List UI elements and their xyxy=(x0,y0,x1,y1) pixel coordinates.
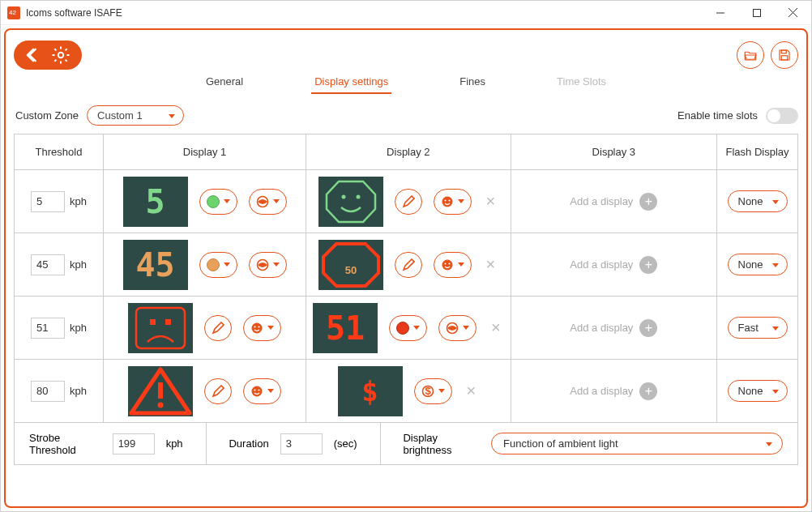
remove-display-button[interactable]: × xyxy=(483,192,499,211)
unit-label: kph xyxy=(70,195,87,207)
edit-button[interactable] xyxy=(395,189,422,215)
svg-point-38 xyxy=(252,386,263,396)
svg-point-40 xyxy=(258,389,259,390)
duration-unit-label: (sec) xyxy=(334,437,357,450)
close-button[interactable] xyxy=(775,1,811,24)
svg-line-10 xyxy=(66,60,67,62)
svg-rect-30 xyxy=(165,319,171,325)
svg-point-17 xyxy=(341,194,345,198)
add-display-button[interactable]: Add a display+ xyxy=(511,319,716,337)
svg-rect-13 xyxy=(781,50,786,53)
flash-display-dropdown[interactable]: Fast xyxy=(728,317,788,339)
display-preview[interactable]: $ xyxy=(338,366,403,416)
flash-display-dropdown[interactable]: None xyxy=(728,190,788,212)
zone-row: Custom Zone Custom 1 Enable time slots xyxy=(15,105,798,126)
pencil-icon xyxy=(212,385,224,398)
dollar-icon: $ xyxy=(421,385,434,398)
dot-green-icon xyxy=(207,195,220,208)
ball-icon xyxy=(446,322,459,335)
svg-line-11 xyxy=(66,49,67,50)
display-preview[interactable] xyxy=(128,303,193,353)
custom-zone-dropdown[interactable]: Custom 1 xyxy=(87,105,184,126)
remove-display-button[interactable]: × xyxy=(483,255,499,274)
tab-time-slots[interactable]: Time Slots xyxy=(553,70,609,94)
app-window: Icoms software ISAFE General Display set… xyxy=(0,0,812,512)
threshold-input[interactable] xyxy=(31,381,65,402)
minimize-button[interactable] xyxy=(702,1,738,24)
flash-display-dropdown[interactable]: None xyxy=(728,254,788,275)
back-settings-pill xyxy=(14,41,82,70)
content-panel: General Display settings Fines Time Slot… xyxy=(4,28,808,508)
header-threshold: Threshold xyxy=(15,134,104,170)
remove-display-button[interactable]: × xyxy=(488,318,504,337)
threshold-input[interactable] xyxy=(31,318,65,339)
unit-label: kph xyxy=(70,258,87,271)
color-picker[interactable] xyxy=(199,252,237,278)
strobe-threshold-label: Strobe Threshold xyxy=(29,432,101,456)
threshold-input[interactable] xyxy=(31,254,65,275)
ball-icon xyxy=(256,195,269,208)
edit-button[interactable] xyxy=(204,315,232,341)
strobe-unit-label: kph xyxy=(166,437,183,450)
duration-label: Duration xyxy=(229,437,268,450)
icon-picker[interactable] xyxy=(243,315,281,341)
strobe-threshold-input[interactable] xyxy=(113,433,155,454)
edit-button[interactable] xyxy=(395,252,422,278)
enable-time-slots-toggle[interactable] xyxy=(766,108,798,124)
icon-picker[interactable] xyxy=(434,252,472,278)
plus-icon: + xyxy=(639,319,657,337)
svg-point-20 xyxy=(444,199,446,201)
remove-display-button[interactable]: × xyxy=(464,382,480,400)
svg-line-12 xyxy=(54,60,56,62)
brightness-dropdown[interactable]: Function of ambient light xyxy=(491,433,783,454)
table-row: kph 45 50 × Add a display+ None xyxy=(15,233,798,297)
add-display-button[interactable]: Add a display+ xyxy=(511,256,716,274)
display-preview[interactable]: 5 xyxy=(123,177,188,227)
svg-rect-36 xyxy=(158,382,163,399)
add-display-button[interactable]: Add a display+ xyxy=(511,382,716,400)
svg-rect-28 xyxy=(136,308,185,348)
gear-icon[interactable] xyxy=(51,45,71,65)
pencil-icon xyxy=(402,195,415,208)
display-preview[interactable] xyxy=(318,177,383,227)
icon-picker[interactable] xyxy=(243,378,281,404)
pencil-icon xyxy=(402,258,415,271)
threshold-input[interactable] xyxy=(31,191,65,212)
display-preview[interactable] xyxy=(128,366,193,416)
back-icon[interactable] xyxy=(25,46,43,64)
tab-fines[interactable]: Fines xyxy=(456,70,489,94)
svg-point-4 xyxy=(58,53,63,58)
save-button[interactable] xyxy=(771,41,798,69)
svg-rect-1 xyxy=(753,9,760,16)
duration-input[interactable] xyxy=(280,433,323,454)
enable-time-slots: Enable time slots xyxy=(677,108,798,124)
display-preview[interactable]: 50 xyxy=(318,240,383,290)
tab-general[interactable]: General xyxy=(203,70,246,94)
svg-point-25 xyxy=(442,259,452,270)
header-display-3: Display 3 xyxy=(511,134,716,170)
smiley-icon xyxy=(441,195,454,208)
svg-line-9 xyxy=(54,49,56,50)
display-preview[interactable]: 45 xyxy=(123,240,188,290)
tab-display-settings[interactable]: Display settings xyxy=(311,70,391,94)
color-picker[interactable] xyxy=(199,189,237,215)
maximize-button[interactable] xyxy=(738,1,775,24)
unit-label: kph xyxy=(70,385,87,397)
add-display-button[interactable]: Add a display+ xyxy=(511,193,716,211)
open-button[interactable] xyxy=(737,41,764,69)
table-row: kph $ $ × Add a display+ None xyxy=(15,360,798,423)
titlebar: Icoms software ISAFE xyxy=(1,1,811,25)
svg-point-32 xyxy=(254,326,255,327)
effect-picker[interactable] xyxy=(249,189,287,215)
icon-picker[interactable] xyxy=(434,189,472,215)
display-preview[interactable]: 51 xyxy=(313,303,378,353)
edit-button[interactable] xyxy=(204,378,232,404)
bottom-bar: Strobe Threshold kph Duration (sec) Disp… xyxy=(14,423,798,465)
svg-rect-29 xyxy=(150,319,156,325)
color-picker[interactable] xyxy=(389,315,427,341)
currency-picker[interactable]: $ xyxy=(414,378,452,404)
effect-picker[interactable] xyxy=(438,315,477,341)
flash-display-dropdown[interactable]: None xyxy=(728,380,788,402)
svg-point-33 xyxy=(258,326,259,327)
effect-picker[interactable] xyxy=(249,252,287,278)
